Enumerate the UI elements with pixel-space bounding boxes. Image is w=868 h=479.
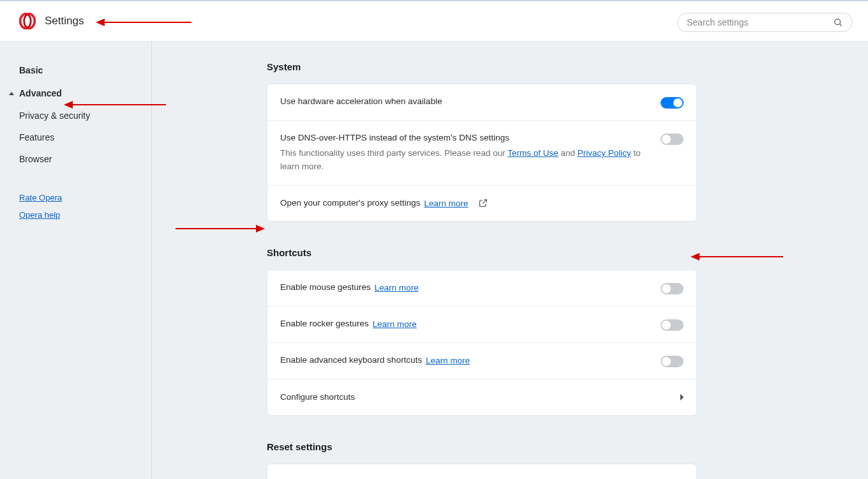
row-configure-shortcuts[interactable]: Configure shortcuts <box>267 379 696 415</box>
shortcuts-card: Enable mouse gestures Learn more Enable … <box>267 270 697 416</box>
section-heading-system: System <box>267 61 697 72</box>
learn-more-link[interactable]: Learn more <box>373 319 417 329</box>
sidebar-footer-links: Rate Opera Opera help <box>19 189 151 224</box>
row-rocker-gestures: Enable rocker gestures Learn more <box>267 307 696 343</box>
toggle-keyboard-shortcuts[interactable] <box>661 356 684 367</box>
toggle-mouse-gestures[interactable] <box>661 283 684 294</box>
main-content: System Use hardware acceleration when av… <box>152 41 868 479</box>
opera-logo-icon <box>19 13 36 29</box>
rate-opera-link[interactable]: Rate Opera <box>19 189 151 206</box>
row-mouse-gestures: Enable mouse gestures Learn more <box>267 270 696 307</box>
svg-line-3 <box>839 24 841 26</box>
row-dns-over-https: Use DNS-over-HTTPS instead of the system… <box>267 121 696 186</box>
sidebar-item-browser[interactable]: Browser <box>19 148 151 170</box>
sidebar-item-features[interactable]: Features <box>19 126 151 148</box>
row-proxy-settings[interactable]: Open your computer's proxy settings Lear… <box>267 186 696 221</box>
sidebar-item-advanced[interactable]: Advanced <box>19 82 151 105</box>
terms-of-use-link[interactable]: Terms of Use <box>507 148 558 158</box>
search-input[interactable] <box>687 17 834 27</box>
sidebar-item-privacy[interactable]: Privacy & security <box>19 105 151 126</box>
row-label: Use DNS-over-HTTPS instead of the system… <box>280 132 650 144</box>
toggle-rocker-gestures[interactable] <box>661 319 684 331</box>
page-title: Settings <box>45 15 84 27</box>
chevron-up-icon <box>9 92 14 95</box>
app-header: Settings <box>0 0 868 41</box>
row-keyboard-shortcuts: Enable advanced keyboard shortcuts Learn… <box>267 343 696 379</box>
opera-help-link[interactable]: Opera help <box>19 206 151 224</box>
learn-more-link[interactable]: Learn more <box>426 356 470 365</box>
row-label: Enable advanced keyboard shortcuts <box>280 354 422 367</box>
learn-more-link[interactable]: Learn more <box>424 199 468 208</box>
toggle-hardware-accel[interactable] <box>661 97 684 109</box>
row-description: This functionality uses third party serv… <box>280 147 650 174</box>
learn-more-link[interactable]: Learn more <box>375 283 419 293</box>
svg-point-2 <box>835 19 841 24</box>
external-link-icon[interactable] <box>478 198 488 208</box>
toggle-dns-over-https[interactable] <box>661 133 684 145</box>
row-label: Configure shortcuts <box>280 392 355 402</box>
search-settings-box[interactable] <box>677 13 853 32</box>
reset-card: Restore settings to their original defau… <box>267 464 697 479</box>
row-restore-defaults[interactable]: Restore settings to their original defau… <box>267 464 696 479</box>
row-label: Enable mouse gestures <box>280 282 371 294</box>
sidebar-item-label: Advanced <box>19 88 62 98</box>
sidebar-item-basic[interactable]: Basic <box>19 59 151 82</box>
row-label: Enable rocker gestures <box>280 318 369 330</box>
row-label: Use hardware acceleration when available <box>280 96 650 108</box>
search-icon <box>834 18 843 27</box>
svg-point-1 <box>24 15 31 27</box>
row-hardware-accel: Use hardware acceleration when available <box>267 84 696 121</box>
sidebar: Basic Advanced Privacy & security Featur… <box>0 41 152 479</box>
row-label: Open your computer's proxy settings <box>280 197 420 209</box>
row-label: Restore settings to their original defau… <box>280 477 434 479</box>
chevron-right-icon <box>680 394 684 400</box>
section-heading-shortcuts: Shortcuts <box>267 247 697 258</box>
system-card: Use hardware acceleration when available… <box>267 84 697 222</box>
section-heading-reset: Reset settings <box>267 441 697 452</box>
privacy-policy-link[interactable]: Privacy Policy <box>578 148 631 158</box>
